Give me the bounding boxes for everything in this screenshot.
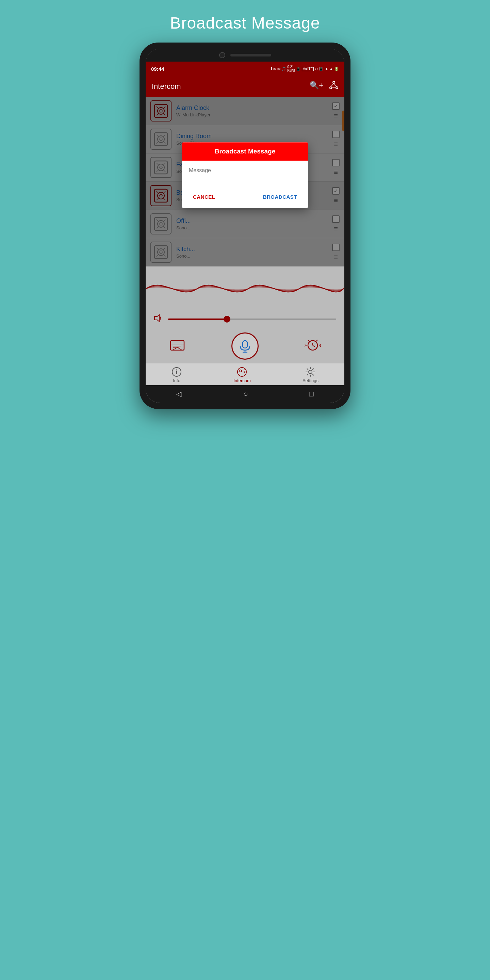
message-input[interactable] — [189, 167, 301, 173]
status-signal-icon: ▲ — [329, 67, 333, 71]
phone-speaker — [231, 54, 271, 56]
status-bar: 09:44 ℹ ✉ ✉ 🎵 0.21KB/S 📱 VoLTE ⊖ 📳 ▲ ▲ 🔋 — [146, 62, 344, 76]
status-phone-icon: 📱 — [296, 67, 301, 71]
svg-marker-48 — [154, 315, 159, 321]
volume-slider[interactable] — [168, 318, 336, 320]
device-list: Alarm Clock WiiMu LinkPlayer ✓ ≡ — [146, 97, 344, 266]
dialog-body — [182, 161, 308, 188]
nav-item-info[interactable]: Info — [172, 367, 182, 383]
front-camera — [219, 52, 225, 58]
status-icons: ℹ ✉ ✉ 🎵 0.21KB/S 📱 VoLTE ⊖ 📳 ▲ ▲ 🔋 — [271, 65, 339, 73]
status-msg2-icon: ✉ — [277, 67, 280, 71]
dialog-title: Broadcast Message — [215, 148, 275, 155]
message-button[interactable] — [169, 337, 186, 355]
network-icon[interactable] — [329, 81, 338, 92]
status-minus-icon: ⊖ — [315, 67, 318, 71]
phone-top-bar — [146, 49, 344, 62]
broadcast-dialog: Broadcast Message CANCEL BROADCAST — [182, 142, 308, 208]
svg-point-0 — [333, 81, 335, 83]
phone-frame: 09:44 ℹ ✉ ✉ 🎵 0.21KB/S 📱 VoLTE ⊖ 📳 ▲ ▲ 🔋… — [140, 43, 350, 409]
svg-point-70 — [309, 370, 312, 374]
status-volte-icon: VoLTE — [302, 67, 314, 71]
svg-point-1 — [330, 87, 332, 89]
status-vibrate-icon: 📳 — [319, 67, 324, 71]
svg-rect-49 — [170, 340, 184, 350]
app-title: Intercom — [152, 82, 181, 91]
status-time: 09:44 — [151, 66, 164, 72]
waveform-area — [146, 266, 344, 311]
svg-point-2 — [336, 87, 338, 89]
home-button[interactable]: ○ — [243, 390, 248, 398]
dialog-footer: CANCEL BROADCAST — [182, 188, 308, 208]
volume-area — [146, 311, 344, 328]
mic-button[interactable] — [231, 332, 259, 360]
status-music-icon: 🎵 — [282, 67, 286, 71]
nav-item-intercom[interactable]: Intercom — [234, 367, 251, 383]
page-title: Broadcast Message — [170, 14, 320, 32]
svg-line-59 — [313, 345, 315, 347]
volume-fill — [168, 318, 227, 320]
phone-screen: 09:44 ℹ ✉ ✉ 🎵 0.21KB/S 📱 VoLTE ⊖ 📳 ▲ ▲ 🔋… — [146, 49, 344, 403]
status-msg-icon: ✉ — [273, 67, 276, 71]
svg-point-64 — [176, 369, 177, 371]
search-plus-icon[interactable]: 🔍+ — [310, 81, 323, 92]
status-battery-icon: 🔋 — [334, 67, 339, 71]
volume-icon — [154, 314, 163, 324]
phone-bottom-bar: ◁ ○ □ — [146, 385, 344, 403]
alarm-button[interactable] — [304, 337, 321, 355]
nav-item-settings[interactable]: Settings — [302, 367, 318, 383]
bottom-controls — [146, 328, 344, 363]
cancel-button[interactable]: CANCEL — [189, 191, 220, 202]
nav-label-info: Info — [173, 378, 180, 383]
svg-line-3 — [331, 83, 334, 87]
svg-rect-54 — [243, 340, 247, 348]
volume-thumb[interactable] — [224, 316, 231, 323]
status-info-icon: ℹ — [271, 67, 272, 71]
app-header: Intercom 🔍+ — [146, 76, 344, 97]
header-actions: 🔍+ — [310, 81, 338, 92]
svg-point-66 — [240, 370, 242, 372]
nav-bar: Info Intercom — [146, 363, 344, 385]
recent-button[interactable]: □ — [309, 390, 314, 398]
svg-point-65 — [237, 368, 247, 376]
svg-line-60 — [308, 340, 310, 342]
svg-line-4 — [334, 83, 337, 87]
nav-label-settings: Settings — [302, 378, 318, 383]
status-wifi-icon: ▲ — [325, 67, 328, 71]
back-button[interactable]: ◁ — [176, 390, 182, 398]
status-speed: 0.21KB/S — [287, 65, 295, 73]
nav-label-intercom: Intercom — [234, 378, 251, 383]
broadcast-button[interactable]: BROADCAST — [259, 191, 301, 202]
svg-line-61 — [315, 340, 318, 342]
bottom-area: Info Intercom — [146, 266, 344, 385]
dialog-header: Broadcast Message — [182, 142, 308, 161]
